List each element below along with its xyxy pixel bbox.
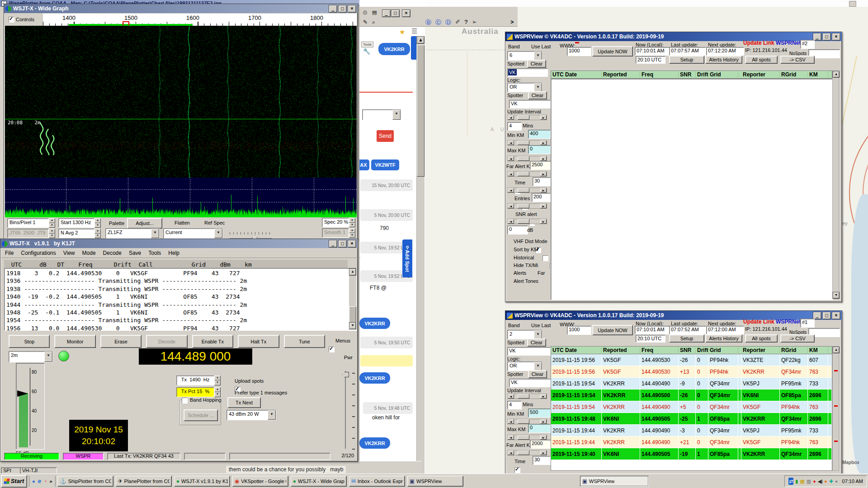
entries-field[interactable]: 200 <box>532 193 551 202</box>
jt65-jt9-spinner[interactable]: JT65 2500 JT9▲▼ <box>7 229 55 238</box>
minimize-button[interactable]: _ <box>813 33 821 41</box>
far-alert-field[interactable]: 2000 <box>530 440 552 449</box>
send-button[interactable]: Send <box>377 130 394 142</box>
spotted-field[interactable]: VK <box>507 347 551 356</box>
spot-row[interactable]: 2019-11-15 19:48VK6NI 144.490505-25 1OF8… <box>551 413 832 425</box>
tray-icon[interactable]: ✚ <box>829 478 833 485</box>
spot-row[interactable]: 2019-11-15 19:54VK2KRR 144.490490+5 0QF3… <box>551 401 832 413</box>
menus-checkbox[interactable] <box>329 347 335 352</box>
taskbar-button[interactable]: ▣ WSPRView <box>407 476 463 487</box>
logic-combo[interactable]: OR▼ <box>507 83 542 92</box>
close-button[interactable]: × <box>348 240 356 248</box>
wsjtx-button[interactable]: Stop <box>9 335 50 348</box>
entries-scrollbar[interactable]: ◄► <box>507 203 547 209</box>
min-km-field[interactable]: 500 <box>528 408 551 418</box>
column-header[interactable]: Drift <box>696 347 708 353</box>
quick-launch-icon[interactable]: » <box>50 478 52 485</box>
wsjtx-button[interactable]: Erase <box>100 335 142 348</box>
column-header[interactable]: RGrid <box>780 71 808 78</box>
column-header[interactable]: KM <box>808 347 828 353</box>
close-button[interactable]: × <box>348 5 356 13</box>
spectrum-type-combo[interactable]: Current▼ <box>163 228 223 239</box>
adjust-button[interactable]: Adjust... <box>127 218 162 229</box>
schedule-button[interactable]: Schedule ... <box>184 409 218 421</box>
tray-icon[interactable]: ⇄ <box>788 478 793 485</box>
minimize-button[interactable]: _ <box>813 312 821 319</box>
menu-item[interactable]: Help <box>168 250 179 256</box>
start-hz-spinner[interactable]: Start 1300 Hz▲▼ <box>58 218 101 228</box>
setup-button[interactable]: Setup <box>669 334 704 343</box>
column-header[interactable]: UTC Date <box>551 347 602 353</box>
far-alert-scrollbar[interactable]: ◄► <box>507 171 547 177</box>
toolbar-icon[interactable]: Ⓒ <box>435 19 441 27</box>
chevron-down-icon[interactable]: ▼ <box>534 83 542 92</box>
column-header[interactable]: RGrid <box>780 347 808 353</box>
menu-item[interactable]: Mode <box>82 250 96 256</box>
waterfall-canvas[interactable] <box>5 26 357 178</box>
toolbar-chevron-icon[interactable]: > <box>510 19 514 25</box>
wsjtx-titlebar[interactable]: WSJT-X v1.9.1 by K1JT _□× <box>0 239 358 248</box>
tray-icon[interactable]: ● <box>835 478 838 485</box>
logic-combo[interactable]: OR▼ <box>507 361 542 371</box>
scroll-up-icon[interactable]: ▲ <box>417 36 425 44</box>
update-now-button[interactable]: Update NOW <box>592 325 633 335</box>
tray-icon[interactable]: ● <box>813 478 816 485</box>
spec-percent-spinner[interactable]: Spec 20 %▲▼ <box>322 218 355 227</box>
toolbar-icon[interactable]: Ⓑ <box>425 19 431 27</box>
column-header[interactable]: Freq <box>640 347 679 353</box>
scrollbar-thumb[interactable] <box>417 45 425 177</box>
close-button[interactable]: × <box>402 9 410 17</box>
save-icon[interactable]: ▤ <box>372 9 377 15</box>
n-avg-spinner[interactable]: N Avg 2▲▼ <box>58 229 101 238</box>
toolbar-icon[interactable]: Ⓓ <box>445 19 451 27</box>
all-spots-button[interactable]: All spots <box>745 334 778 343</box>
mins-field[interactable]: 4 <box>507 401 522 409</box>
chevron-down-icon[interactable]: ▼ <box>151 229 159 238</box>
callsign-chip-vk2wtf[interactable]: VK2WTF <box>371 160 399 170</box>
scroll-up-icon[interactable]: ▲ <box>833 71 840 78</box>
add-spot-tab[interactable]: ⚲ Add Spot <box>402 239 412 277</box>
zoom-icon[interactable]: ⌕ <box>372 19 375 25</box>
taskbar-button[interactable]: ◉ VKSpotter - Google Chrome <box>232 476 288 487</box>
spot-row[interactable]: 2019-11-15 19:40VK6NI 144.490505-19 1OF8… <box>551 448 832 460</box>
www-field[interactable]: 1000 <box>567 326 591 335</box>
palette-combo[interactable]: ZL1FZ▼ <box>105 228 160 239</box>
side-tab-top[interactable] <box>411 36 416 60</box>
min-km-field[interactable]: 400 <box>528 130 551 139</box>
minimize-button[interactable]: _ <box>329 5 337 13</box>
spotter-clear-button[interactable]: Clear <box>528 370 547 378</box>
tray-icon[interactable]: ● <box>824 478 827 485</box>
restore-button[interactable]: □ <box>391 9 400 17</box>
band-combo[interactable]: 2m▼ <box>9 351 53 362</box>
spots-scrollbar[interactable]: ▲ <box>832 346 839 471</box>
minimize-button[interactable]: _ <box>382 9 391 17</box>
taskbar-button[interactable]: ● WSJT-X v1.9.1 by K1JT <box>174 476 230 487</box>
wsprnet-link[interactable]: WSPRNet <box>776 40 801 46</box>
decode-row[interactable]: 1956 13 0.0 144.490530 0 VK5GF PF94 43 7… <box>6 324 354 331</box>
chevron-down-icon[interactable]: ▼ <box>392 110 401 120</box>
spot-row[interactable]: 2019-11-15 19:54VK2KRR 144.490500-26 0QF… <box>551 389 832 401</box>
menu-item[interactable]: Tools <box>148 250 161 256</box>
decode-row[interactable]: 1954 -------------------- Transmitting W… <box>6 316 354 324</box>
outgain-slider-track[interactable] <box>345 371 346 449</box>
taskbar-button[interactable]: ✈ PlanePlotter from COAA ... <box>116 476 172 487</box>
tx-next-button[interactable]: Tx Next <box>227 397 261 408</box>
update-link[interactable]: Update Link <box>743 319 774 325</box>
callsign-chip-top[interactable]: VK2KRR <box>378 43 410 55</box>
spotter-field[interactable]: VK <box>509 379 551 387</box>
browser-menu-icon[interactable]: ☰ <box>411 27 417 35</box>
max-km-field[interactable]: 0 <box>528 424 551 433</box>
decode-row[interactable]: 1936 -------------------- Transmitting W… <box>6 277 354 285</box>
print-icon[interactable]: ⎙ <box>363 9 367 15</box>
tx-pct-spinner[interactable]: Tx Pct 15 %▲▼ <box>176 387 221 397</box>
list-item[interactable]: 5 Nov, 20:00 UTC <box>360 209 413 221</box>
wsprnet-link[interactable]: WSPRNet <box>776 319 801 325</box>
chevron-down-icon[interactable]: ▼ <box>534 52 542 60</box>
outgain-slider-thumb[interactable] <box>342 372 349 377</box>
chevron-down-icon[interactable]: ▼ <box>534 362 542 371</box>
tx-freq-spinner[interactable]: Tx 1490 Hz▲▼ <box>176 375 221 385</box>
menu-item[interactable]: Save <box>129 250 141 256</box>
spots-scrollbar[interactable]: ▲ ▼ <box>832 70 839 299</box>
wsjtx-button[interactable]: Enable Tx <box>192 335 233 348</box>
clock[interactable]: 07:10 AM <box>842 479 863 484</box>
